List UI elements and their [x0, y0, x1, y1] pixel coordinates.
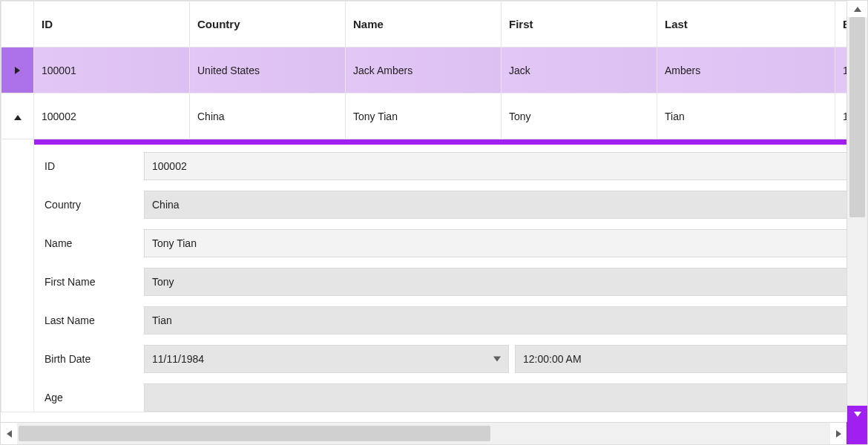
chevron-down-icon[interactable] [493, 357, 501, 362]
name-value: Tony Tian [152, 237, 197, 249]
birth-date-value: 11/11/1984 [152, 353, 204, 365]
id-value: 100002 [152, 160, 187, 172]
birth-time-value: 12:00:00 AM [523, 353, 582, 365]
cell-country[interactable]: China [190, 93, 346, 139]
header-birth-partial[interactable]: B [835, 1, 847, 47]
birth-date-picker[interactable]: 11/11/1984 [144, 345, 509, 373]
horizontal-scroll-thumb[interactable] [19, 426, 490, 441]
label-last-name: Last Name [45, 314, 144, 326]
expand-toggle[interactable] [1, 93, 34, 139]
last-name-value: Tian [152, 314, 172, 326]
vertical-scroll-track[interactable] [847, 17, 867, 406]
cell-last[interactable]: Tian [657, 93, 835, 139]
name-field[interactable]: Tony Tian [144, 229, 846, 257]
table-row[interactable]: 100002 China Tony Tian Tony Tian 1 [1, 93, 847, 139]
first-name-value: Tony [152, 276, 174, 288]
vertical-scroll-thumb[interactable] [849, 17, 865, 217]
triangle-down-icon [854, 412, 861, 417]
header-expander [1, 1, 34, 47]
table-row[interactable]: 100001 United States Jack Ambers Jack Am… [1, 47, 847, 93]
birth-time-picker[interactable]: 12:00:00 AM [515, 345, 846, 373]
cell-name[interactable]: Tony Tian [346, 93, 502, 139]
triangle-left-icon [7, 430, 12, 438]
horizontal-scrollbar[interactable] [1, 422, 846, 444]
scroll-down-button[interactable] [847, 406, 867, 422]
cell-birth-partial[interactable]: 1 [835, 47, 847, 93]
cell-id[interactable]: 100002 [34, 93, 190, 139]
datagrid-container: ID Country Name First Last B 100001 [0, 0, 868, 445]
scroll-right-button[interactable] [830, 423, 846, 444]
header-name[interactable]: Name [346, 1, 502, 47]
cell-last[interactable]: Ambers [657, 47, 835, 93]
header-first[interactable]: First [502, 1, 657, 47]
triangle-up-icon [854, 7, 861, 12]
header-last[interactable]: Last [657, 1, 835, 47]
first-name-field[interactable]: Tony [144, 268, 846, 296]
chevron-right-icon [15, 67, 20, 74]
grid-viewport[interactable]: ID Country Name First Last B 100001 [1, 1, 846, 422]
triangle-right-icon [836, 430, 841, 438]
chevron-up-icon [14, 115, 22, 120]
scroll-left-button[interactable] [1, 423, 17, 444]
detail-panel: ID 100002 Country China Name Tony Tian [34, 145, 846, 412]
header-id[interactable]: ID [34, 1, 190, 47]
country-field[interactable]: China [144, 191, 846, 219]
label-name: Name [45, 237, 144, 249]
country-value: China [152, 199, 180, 211]
last-name-field[interactable]: Tian [144, 306, 846, 334]
label-id: ID [45, 160, 144, 172]
horizontal-scroll-track[interactable] [17, 423, 830, 444]
cell-first[interactable]: Jack [502, 47, 657, 93]
scrollbar-corner [846, 422, 867, 444]
expand-toggle[interactable] [1, 47, 34, 93]
cell-id[interactable]: 100001 [34, 47, 190, 93]
label-first-name: First Name [45, 276, 144, 288]
cell-first[interactable]: Tony [502, 93, 657, 139]
header-row: ID Country Name First Last B [1, 1, 847, 47]
data-grid: ID Country Name First Last B 100001 [1, 1, 846, 412]
scroll-up-button[interactable] [847, 1, 867, 17]
age-stepper[interactable]: 32 [144, 383, 846, 412]
label-age: Age [45, 392, 144, 403]
label-country: Country [45, 199, 144, 211]
detail-row: ID 100002 Country China Name Tony Tian [1, 139, 847, 412]
id-field[interactable]: 100002 [144, 152, 846, 180]
cell-name[interactable]: Jack Ambers [346, 47, 502, 93]
cell-birth-partial[interactable]: 1 [835, 93, 847, 139]
header-country[interactable]: Country [190, 1, 346, 47]
detail-accent-bar [34, 139, 846, 145]
vertical-scrollbar[interactable] [846, 1, 867, 422]
label-birth-date: Birth Date [45, 353, 144, 365]
cell-country[interactable]: United States [190, 47, 346, 93]
